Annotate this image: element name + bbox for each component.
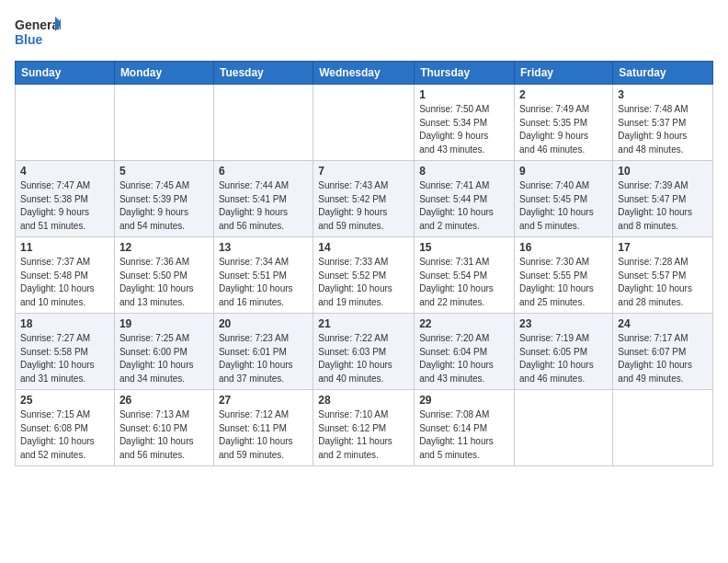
calendar-body: 1Sunrise: 7:50 AM Sunset: 5:34 PM Daylig… <box>16 85 713 466</box>
day-number: 15 <box>419 241 509 254</box>
calendar-cell: 8Sunrise: 7:41 AM Sunset: 5:44 PM Daylig… <box>415 161 515 237</box>
day-info: Sunrise: 7:44 AM Sunset: 5:41 PM Dayligh… <box>219 179 308 233</box>
day-info: Sunrise: 7:08 AM Sunset: 6:14 PM Dayligh… <box>419 408 509 462</box>
calendar-cell: 6Sunrise: 7:44 AM Sunset: 5:41 PM Daylig… <box>213 161 313 237</box>
day-info: Sunrise: 7:12 AM Sunset: 6:11 PM Dayligh… <box>219 408 308 462</box>
day-info: Sunrise: 7:40 AM Sunset: 5:45 PM Dayligh… <box>519 179 608 233</box>
calendar-cell: 2Sunrise: 7:49 AM Sunset: 5:35 PM Daylig… <box>515 85 613 161</box>
calendar-cell: 18Sunrise: 7:27 AM Sunset: 5:58 PM Dayli… <box>16 314 115 390</box>
day-header-wednesday: Wednesday <box>313 62 415 85</box>
day-number: 28 <box>318 394 409 407</box>
logo-svg: General Blue <box>15 15 61 50</box>
day-info: Sunrise: 7:47 AM Sunset: 5:38 PM Dayligh… <box>20 179 109 233</box>
calendar-cell: 4Sunrise: 7:47 AM Sunset: 5:38 PM Daylig… <box>16 161 115 237</box>
calendar-cell: 24Sunrise: 7:17 AM Sunset: 6:07 PM Dayli… <box>613 314 713 390</box>
day-header-monday: Monday <box>114 62 213 85</box>
calendar-cell: 10Sunrise: 7:39 AM Sunset: 5:47 PM Dayli… <box>613 161 713 237</box>
day-info: Sunrise: 7:31 AM Sunset: 5:54 PM Dayligh… <box>419 256 509 309</box>
day-header-thursday: Thursday <box>415 62 515 85</box>
day-info: Sunrise: 7:27 AM Sunset: 5:58 PM Dayligh… <box>20 332 109 385</box>
calendar-cell: 9Sunrise: 7:40 AM Sunset: 5:45 PM Daylig… <box>515 161 613 237</box>
page-header: General Blue <box>15 15 713 50</box>
calendar-cell: 29Sunrise: 7:08 AM Sunset: 6:14 PM Dayli… <box>415 390 515 466</box>
day-info: Sunrise: 7:19 AM Sunset: 6:05 PM Dayligh… <box>519 332 608 385</box>
day-number: 25 <box>20 394 109 407</box>
calendar-cell: 20Sunrise: 7:23 AM Sunset: 6:01 PM Dayli… <box>213 314 313 390</box>
day-info: Sunrise: 7:23 AM Sunset: 6:01 PM Dayligh… <box>219 332 308 385</box>
day-number: 2 <box>519 88 608 101</box>
day-info: Sunrise: 7:13 AM Sunset: 6:10 PM Dayligh… <box>119 408 209 462</box>
calendar-cell: 12Sunrise: 7:36 AM Sunset: 5:50 PM Dayli… <box>114 237 213 314</box>
day-info: Sunrise: 7:33 AM Sunset: 5:52 PM Dayligh… <box>318 256 409 309</box>
day-number: 21 <box>318 317 409 330</box>
day-info: Sunrise: 7:20 AM Sunset: 6:04 PM Dayligh… <box>419 332 509 385</box>
day-info: Sunrise: 7:45 AM Sunset: 5:39 PM Dayligh… <box>119 179 209 233</box>
calendar-cell: 19Sunrise: 7:25 AM Sunset: 6:00 PM Dayli… <box>114 314 213 390</box>
day-number: 9 <box>519 165 608 178</box>
day-number: 7 <box>318 165 409 178</box>
day-number: 18 <box>20 317 109 330</box>
day-number: 6 <box>219 165 308 178</box>
day-info: Sunrise: 7:10 AM Sunset: 6:12 PM Dayligh… <box>318 408 409 462</box>
calendar-cell: 25Sunrise: 7:15 AM Sunset: 6:08 PM Dayli… <box>16 390 115 466</box>
calendar-cell: 26Sunrise: 7:13 AM Sunset: 6:10 PM Dayli… <box>114 390 213 466</box>
week-row-4: 18Sunrise: 7:27 AM Sunset: 5:58 PM Dayli… <box>16 314 713 390</box>
day-number: 26 <box>119 394 209 407</box>
calendar-table: SundayMondayTuesdayWednesdayThursdayFrid… <box>15 61 713 466</box>
svg-text:Blue: Blue <box>15 32 43 47</box>
calendar-header-row: SundayMondayTuesdayWednesdayThursdayFrid… <box>16 62 713 85</box>
calendar-cell <box>16 85 115 161</box>
calendar-cell: 3Sunrise: 7:48 AM Sunset: 5:37 PM Daylig… <box>613 85 713 161</box>
day-number: 12 <box>119 241 209 254</box>
day-info: Sunrise: 7:22 AM Sunset: 6:03 PM Dayligh… <box>318 332 409 385</box>
day-number: 20 <box>219 317 308 330</box>
day-number: 16 <box>519 241 608 254</box>
day-info: Sunrise: 7:37 AM Sunset: 5:48 PM Dayligh… <box>20 256 109 309</box>
day-info: Sunrise: 7:34 AM Sunset: 5:51 PM Dayligh… <box>219 256 308 309</box>
day-info: Sunrise: 7:43 AM Sunset: 5:42 PM Dayligh… <box>318 179 409 233</box>
day-number: 10 <box>618 165 708 178</box>
day-header-saturday: Saturday <box>613 62 713 85</box>
calendar-cell <box>213 85 313 161</box>
calendar-cell: 27Sunrise: 7:12 AM Sunset: 6:11 PM Dayli… <box>213 390 313 466</box>
week-row-3: 11Sunrise: 7:37 AM Sunset: 5:48 PM Dayli… <box>16 237 713 314</box>
day-number: 19 <box>119 317 209 330</box>
day-number: 14 <box>318 241 409 254</box>
day-info: Sunrise: 7:30 AM Sunset: 5:55 PM Dayligh… <box>519 256 608 309</box>
svg-text:General: General <box>15 17 61 32</box>
calendar-cell: 1Sunrise: 7:50 AM Sunset: 5:34 PM Daylig… <box>415 85 515 161</box>
calendar-cell: 13Sunrise: 7:34 AM Sunset: 5:51 PM Dayli… <box>213 237 313 314</box>
day-number: 11 <box>20 241 109 254</box>
day-number: 27 <box>219 394 308 407</box>
day-info: Sunrise: 7:39 AM Sunset: 5:47 PM Dayligh… <box>618 179 708 233</box>
calendar-cell: 5Sunrise: 7:45 AM Sunset: 5:39 PM Daylig… <box>114 161 213 237</box>
calendar-cell: 11Sunrise: 7:37 AM Sunset: 5:48 PM Dayli… <box>16 237 115 314</box>
week-row-5: 25Sunrise: 7:15 AM Sunset: 6:08 PM Dayli… <box>16 390 713 466</box>
calendar-cell <box>313 85 415 161</box>
day-info: Sunrise: 7:41 AM Sunset: 5:44 PM Dayligh… <box>419 179 509 233</box>
day-info: Sunrise: 7:50 AM Sunset: 5:34 PM Dayligh… <box>419 103 509 156</box>
calendar-cell: 14Sunrise: 7:33 AM Sunset: 5:52 PM Dayli… <box>313 237 415 314</box>
day-info: Sunrise: 7:25 AM Sunset: 6:00 PM Dayligh… <box>119 332 209 385</box>
day-header-sunday: Sunday <box>16 62 115 85</box>
day-number: 17 <box>618 241 708 254</box>
day-number: 3 <box>618 88 708 101</box>
calendar-cell: 28Sunrise: 7:10 AM Sunset: 6:12 PM Dayli… <box>313 390 415 466</box>
day-number: 8 <box>419 165 509 178</box>
calendar-cell: 23Sunrise: 7:19 AM Sunset: 6:05 PM Dayli… <box>515 314 613 390</box>
day-info: Sunrise: 7:28 AM Sunset: 5:57 PM Dayligh… <box>618 256 708 309</box>
calendar-cell: 7Sunrise: 7:43 AM Sunset: 5:42 PM Daylig… <box>313 161 415 237</box>
calendar-cell <box>515 390 613 466</box>
day-number: 23 <box>519 317 608 330</box>
calendar-cell: 16Sunrise: 7:30 AM Sunset: 5:55 PM Dayli… <box>515 237 613 314</box>
day-header-tuesday: Tuesday <box>213 62 313 85</box>
day-info: Sunrise: 7:36 AM Sunset: 5:50 PM Dayligh… <box>119 256 209 309</box>
day-info: Sunrise: 7:49 AM Sunset: 5:35 PM Dayligh… <box>519 103 608 156</box>
calendar-cell <box>613 390 713 466</box>
day-number: 22 <box>419 317 509 330</box>
calendar-cell: 17Sunrise: 7:28 AM Sunset: 5:57 PM Dayli… <box>613 237 713 314</box>
logo: General Blue <box>15 15 61 50</box>
calendar-cell: 15Sunrise: 7:31 AM Sunset: 5:54 PM Dayli… <box>415 237 515 314</box>
day-number: 4 <box>20 165 109 178</box>
day-info: Sunrise: 7:48 AM Sunset: 5:37 PM Dayligh… <box>618 103 708 156</box>
